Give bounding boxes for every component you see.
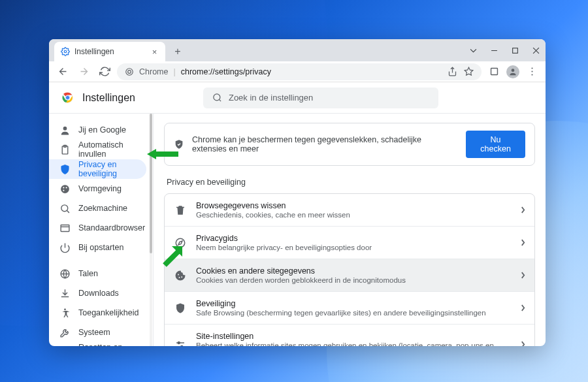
sidebar-item-label: Standaardbrowser: [78, 223, 145, 232]
profile-avatar[interactable]: [506, 65, 519, 78]
minimize-button[interactable]: [484, 42, 504, 59]
maximize-button[interactable]: [505, 42, 525, 59]
svg-point-14: [65, 95, 69, 99]
sidebar-item-label: Privacy en beveiliging: [78, 160, 139, 178]
address-bar[interactable]: Chrome | chrome://settings/privacy: [117, 63, 482, 80]
row-title: Browsegegevens wissen: [196, 201, 512, 210]
svg-point-21: [63, 187, 64, 188]
tab-strip: Instellingen × +: [49, 39, 546, 61]
svg-point-17: [63, 126, 67, 130]
settings-row-browsegegevens-wissen[interactable]: Browsegegevens wissenGeschiedenis, cooki…: [165, 194, 534, 227]
wrench-icon: [59, 327, 71, 338]
sidebar-item-standaardbrowser[interactable]: Standaardbrowser: [49, 218, 146, 238]
svg-point-6: [128, 70, 131, 73]
globe-icon: [59, 268, 71, 279]
sidebar-item-automatisch-invullen[interactable]: Automatisch invullen: [49, 140, 146, 159]
close-tab-icon[interactable]: ×: [150, 48, 159, 56]
sidebar-scrollbar[interactable]: [150, 114, 152, 253]
page-title: Instellingen: [82, 92, 135, 104]
close-window-button[interactable]: [526, 42, 546, 59]
sidebar-item-systeem[interactable]: Systeem: [49, 323, 146, 342]
omnibox-prefix: Chrome: [139, 67, 168, 76]
svg-rect-7: [491, 69, 497, 75]
svg-point-10: [531, 71, 532, 72]
sidebar-item-label: Toegankelijkheid: [78, 308, 139, 317]
sidebar-item-label: Vormgeving: [78, 184, 122, 193]
sidebar-item-talen[interactable]: Talen: [49, 264, 146, 283]
svg-point-0: [64, 50, 67, 53]
svg-point-24: [61, 204, 68, 211]
download-icon: [59, 288, 71, 299]
trash-icon: [174, 204, 187, 217]
svg-point-9: [531, 67, 532, 69]
settings-main: Chrome kan je beschermen tegen gegevensl…: [154, 114, 546, 346]
sidebar-item-label: Resetten en opruimen: [78, 343, 139, 346]
sidebar-item-label: Jij en Google: [78, 125, 126, 135]
sidebar-item-resetten-en-opruimen[interactable]: Resetten en opruimen: [49, 342, 146, 346]
sidebar-item-privacy-en-beveiliging[interactable]: Privacy en beveiliging: [49, 159, 146, 179]
svg-point-8: [512, 69, 515, 72]
safety-check-button[interactable]: Nu checken: [466, 131, 525, 158]
sidebar-item-label: Talen: [78, 269, 98, 278]
page-content: Instellingen Zoek in de instellingen Jij…: [49, 82, 546, 346]
sidebar-item-label: Downloads: [78, 289, 119, 298]
svg-point-5: [126, 68, 133, 75]
svg-point-11: [531, 74, 532, 75]
chevron-right-icon: [521, 237, 525, 249]
back-button[interactable]: [54, 63, 71, 80]
section-title: Privacy en beveiliging: [167, 178, 535, 187]
settings-row-beveiliging[interactable]: BeveiligingSafe Browsing (bescherming te…: [165, 292, 534, 325]
settings-row-site-instellingen[interactable]: Site-instellingenBeheert welke informati…: [165, 325, 534, 346]
sidebar-item-label: Zoekmachine: [78, 204, 127, 213]
chevron-down-icon[interactable]: [463, 42, 483, 59]
search-icon: [59, 203, 71, 214]
sidebar-item-toegankelijkheid[interactable]: Toegankelijkheid: [49, 303, 146, 323]
svg-line-25: [67, 210, 69, 213]
new-tab-button[interactable]: +: [169, 43, 186, 60]
bookmark-icon[interactable]: [464, 67, 474, 76]
settings-search[interactable]: Zoek in de instellingen: [203, 88, 438, 108]
svg-point-30: [64, 308, 66, 310]
row-subtitle: Geschiedenis, cookies, cache en meer wis…: [196, 211, 512, 219]
settings-sidebar: Jij en GoogleAutomatisch invullenPrivacy…: [49, 114, 154, 346]
row-title: Cookies en andere sitegegevens: [196, 266, 512, 276]
svg-point-23: [63, 189, 64, 191]
svg-rect-26: [61, 225, 69, 231]
annotation-arrow-icon: [160, 244, 186, 270]
sidebar-item-label: Automatisch invullen: [78, 140, 139, 159]
row-subtitle: Cookies van derden worden geblokkeerd in…: [196, 276, 512, 284]
clipboard-icon: [59, 144, 71, 155]
extensions-icon[interactable]: [485, 63, 502, 80]
sidebar-item-bij-opstarten[interactable]: Bij opstarten: [49, 238, 146, 257]
tab-title: Instellingen: [74, 47, 114, 56]
person-icon: [59, 125, 71, 136]
svg-point-15: [214, 94, 220, 101]
row-title: Beveiliging: [196, 299, 512, 308]
settings-row-cookies-en-andere-sitegegevens[interactable]: Cookies en andere sitegegevensCookies va…: [165, 259, 534, 292]
chrome-logo-icon: [62, 92, 73, 103]
sidebar-item-downloads[interactable]: Downloads: [49, 283, 146, 303]
search-icon: [212, 93, 222, 103]
omnibox-url: chrome://settings/privacy: [181, 67, 271, 76]
search-placeholder: Zoek in de instellingen: [229, 93, 313, 103]
forward-button[interactable]: [75, 63, 92, 80]
sidebar-item-label: Systeem: [78, 328, 110, 337]
shield-icon: [59, 164, 71, 175]
sidebar-item-zoekmachine[interactable]: Zoekmachine: [49, 199, 146, 218]
sidebar-item-vormgeving[interactable]: Vormgeving: [49, 179, 146, 199]
cookie-icon: [174, 269, 187, 282]
share-icon[interactable]: [448, 67, 457, 76]
shield-icon: [174, 302, 187, 315]
row-subtitle: Safe Browsing (bescherming tegen gevaarl…: [196, 309, 512, 317]
svg-point-22: [66, 187, 67, 188]
row-title: Site-instellingen: [196, 332, 512, 341]
menu-button[interactable]: [523, 63, 540, 80]
sidebar-item-jij-en-google[interactable]: Jij en Google: [49, 120, 146, 140]
row-subtitle: Neem belangrijke privacy- en beveiliging…: [196, 244, 512, 251]
reload-button[interactable]: [96, 63, 113, 80]
browser-tab[interactable]: Instellingen ×: [54, 42, 165, 61]
row-subtitle: Beheert welke informatie sites mogen geb…: [196, 342, 512, 346]
safety-check-banner: Chrome kan je beschermen tegen gegevensl…: [164, 123, 535, 166]
svg-point-37: [178, 342, 180, 343]
settings-row-privacygids[interactable]: PrivacygidsNeem belangrijke privacy- en …: [165, 227, 534, 259]
